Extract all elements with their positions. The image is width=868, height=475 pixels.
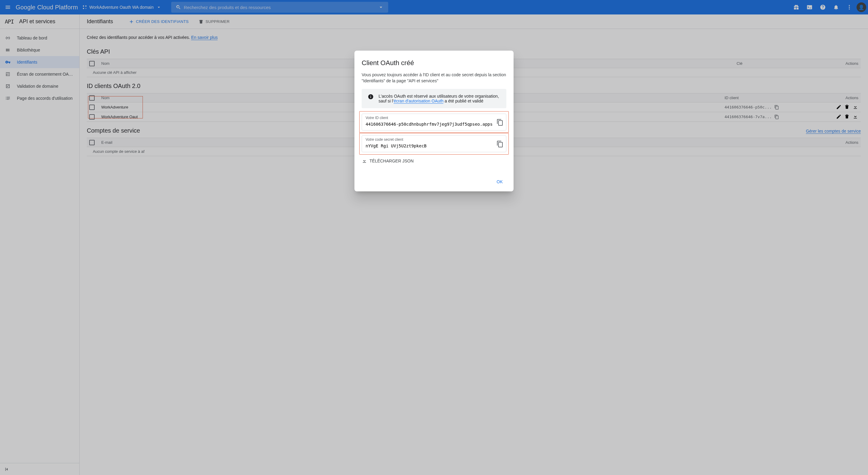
client-secret-field: Votre code secret client [362, 135, 506, 152]
client-id-label: Votre ID client [366, 116, 388, 120]
modal-overlay: Client OAuth créé Vous pouvez toujours a… [0, 0, 868, 475]
dialog-body: Vous pouvez toujours accéder à l'ID clie… [362, 72, 506, 84]
client-id-field: Votre ID client [362, 114, 506, 130]
svg-rect-10 [370, 96, 371, 98]
download-icon [362, 158, 367, 164]
client-secret-input[interactable] [366, 144, 493, 148]
svg-rect-11 [370, 95, 371, 96]
info-icon [368, 94, 374, 100]
ok-button[interactable]: OK [493, 177, 506, 187]
dialog-actions: OK [362, 177, 506, 187]
oauth-created-dialog: Client OAuth créé Vous pouvez toujours a… [354, 51, 514, 191]
dialog-info-box: L'accès OAuth est réservé aux utilisateu… [362, 89, 506, 108]
download-json-button[interactable]: TÉLÉCHARGER JSON [362, 158, 413, 164]
download-label: TÉLÉCHARGER JSON [370, 159, 413, 163]
oauth-consent-link[interactable]: écran d'autorisation OAuth [394, 99, 443, 104]
copy-icon[interactable] [496, 140, 504, 148]
client-id-field-wrap: Votre ID client [362, 114, 506, 130]
client-secret-field-wrap: Votre code secret client [362, 135, 506, 152]
copy-icon[interactable] [496, 119, 504, 126]
info-post: a été publié et validé [443, 99, 483, 103]
dialog-title: Client OAuth créé [362, 59, 506, 67]
client-secret-label: Votre code secret client [366, 137, 403, 141]
client-id-input[interactable] [366, 122, 493, 127]
